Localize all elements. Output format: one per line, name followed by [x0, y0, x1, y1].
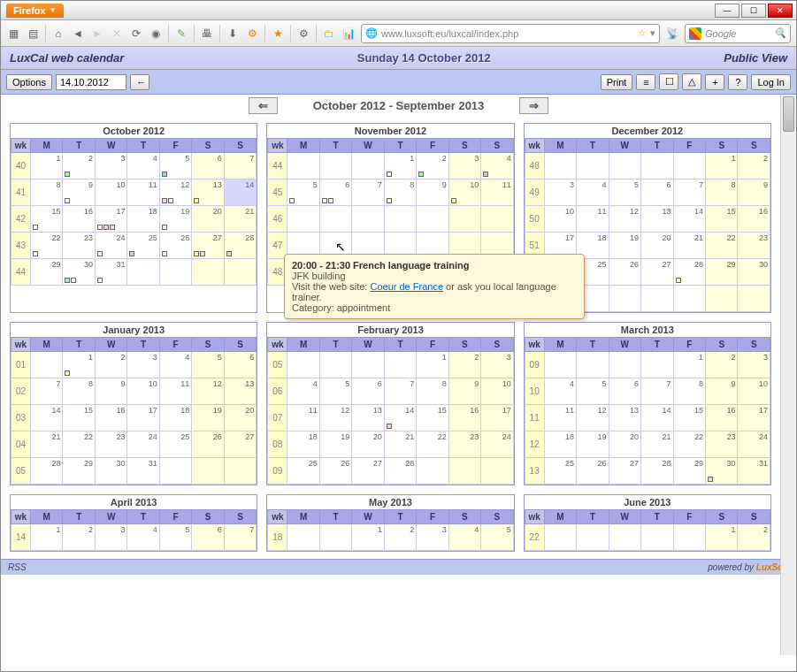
day-cell[interactable]: 17 — [127, 405, 159, 431]
day-cell[interactable]: 15 — [31, 206, 63, 233]
day-cell[interactable]: 4 — [577, 179, 609, 206]
folder-icon[interactable]: 🗀 — [322, 27, 336, 41]
day-cell[interactable]: 1 — [352, 524, 384, 551]
day-cell[interactable]: 6 — [641, 179, 673, 206]
week-number[interactable]: 41 — [11, 179, 31, 206]
day-cell[interactable]: 6 — [224, 352, 257, 378]
day-cell[interactable]: 16 — [706, 405, 738, 431]
day-cell[interactable]: 24 — [95, 233, 126, 259]
day-cell[interactable]: 13 — [192, 179, 224, 206]
day-cell[interactable]: 5 — [159, 524, 191, 551]
day-cell[interactable]: 18 — [159, 405, 191, 431]
day-cell[interactable]: 23 — [738, 233, 770, 259]
day-cell[interactable]: 12 — [577, 405, 609, 431]
day-cell[interactable]: 10 — [127, 378, 159, 405]
day-cell[interactable]: 6 — [192, 524, 224, 551]
day-cell[interactable]: 24 — [127, 431, 159, 458]
day-cell[interactable] — [224, 458, 257, 485]
week-number[interactable]: 09 — [268, 458, 287, 485]
day-cell[interactable] — [577, 352, 609, 378]
day-cell[interactable]: 20 — [609, 431, 640, 458]
day-cell[interactable]: 2 — [706, 352, 738, 378]
day-cell[interactable]: 2 — [738, 153, 770, 179]
edit-icon[interactable]: ✎ — [174, 27, 188, 41]
day-cell[interactable] — [319, 352, 351, 378]
day-cell[interactable]: 7 — [641, 378, 673, 405]
day-cell[interactable] — [417, 458, 448, 485]
day-cell[interactable] — [192, 458, 224, 485]
chart-icon[interactable]: 📊 — [341, 27, 356, 41]
day-cell[interactable] — [641, 153, 673, 179]
day-cell[interactable] — [31, 352, 63, 378]
day-cell[interactable]: 4 — [287, 378, 319, 405]
day-cell[interactable]: 8 — [706, 179, 738, 206]
day-cell[interactable]: 1 — [384, 153, 416, 179]
day-cell[interactable] — [481, 458, 514, 485]
day-cell[interactable] — [448, 206, 480, 233]
week-number[interactable]: 13 — [525, 458, 544, 485]
day-cell[interactable] — [448, 458, 480, 485]
week-number[interactable]: 12 — [525, 431, 544, 458]
day-cell[interactable]: 30 — [95, 458, 126, 485]
day-cell[interactable]: 11 — [159, 378, 191, 405]
day-cell[interactable]: 4 — [448, 524, 480, 551]
day-cell[interactable]: 21 — [384, 431, 416, 458]
day-cell[interactable]: 5 — [481, 524, 514, 551]
day-cell[interactable]: 3 — [417, 524, 448, 551]
day-cell[interactable]: 12 — [192, 378, 224, 405]
day-cell[interactable]: 30 — [738, 259, 770, 286]
day-cell[interactable]: 26 — [609, 259, 640, 286]
day-cell[interactable]: 9 — [95, 378, 126, 405]
day-cell[interactable]: 2 — [63, 524, 95, 551]
week-number[interactable]: 48 — [525, 153, 544, 179]
day-cell[interactable] — [384, 206, 416, 233]
day-cell[interactable]: 28 — [641, 458, 673, 485]
day-cell[interactable]: 18 — [287, 431, 319, 458]
day-cell[interactable]: 24 — [481, 431, 514, 458]
day-cell[interactable]: 8 — [417, 378, 448, 405]
day-cell[interactable]: 1 — [706, 524, 738, 551]
day-cell[interactable] — [192, 259, 224, 286]
day-cell[interactable]: 20 — [224, 405, 257, 431]
day-cell[interactable] — [352, 206, 384, 233]
day-cell[interactable]: 19 — [159, 206, 191, 233]
scrollbar[interactable] — [780, 95, 796, 655]
day-cell[interactable]: 14 — [641, 405, 673, 431]
day-cell[interactable]: 15 — [417, 405, 448, 431]
stop-icon[interactable]: ✕ — [110, 27, 124, 41]
day-cell[interactable]: 6 — [319, 179, 351, 206]
day-cell[interactable]: 1 — [31, 524, 63, 551]
download-icon[interactable]: ⬇ — [226, 27, 240, 41]
day-cell[interactable]: 11 — [481, 179, 514, 206]
sidebar-icon[interactable]: ▤ — [26, 27, 40, 41]
week-number[interactable]: 49 — [525, 179, 544, 206]
day-cell[interactable]: 19 — [577, 431, 609, 458]
day-cell[interactable] — [384, 352, 416, 378]
print-button[interactable]: Print — [601, 74, 633, 90]
day-cell[interactable] — [287, 206, 319, 233]
day-cell[interactable]: 8 — [63, 378, 95, 405]
day-cell[interactable]: 25 — [544, 458, 576, 485]
day-cell[interactable] — [641, 352, 673, 378]
day-cell[interactable]: 16 — [95, 405, 126, 431]
week-number[interactable]: 43 — [11, 233, 31, 259]
bookmark-icon[interactable]: ★ — [271, 27, 285, 41]
day-cell[interactable] — [738, 286, 770, 312]
day-cell[interactable] — [224, 259, 257, 286]
day-cell[interactable]: 2 — [63, 153, 95, 179]
day-cell[interactable]: 14 — [224, 179, 257, 206]
day-cell[interactable]: 27 — [192, 233, 224, 259]
day-cell[interactable]: 1 — [31, 153, 63, 179]
day-cell[interactable]: 1 — [673, 352, 705, 378]
day-cell[interactable] — [544, 153, 576, 179]
day-cell[interactable]: 16 — [63, 206, 95, 233]
day-cell[interactable]: 21 — [31, 431, 63, 458]
day-cell[interactable] — [352, 153, 384, 179]
day-cell[interactable] — [319, 153, 351, 179]
day-cell[interactable] — [319, 206, 351, 233]
day-cell[interactable]: 31 — [738, 458, 770, 485]
day-cell[interactable]: 4 — [127, 153, 159, 179]
history-icon[interactable]: ◉ — [149, 27, 163, 41]
week-number[interactable]: 46 — [268, 206, 287, 233]
day-cell[interactable]: 7 — [224, 524, 257, 551]
